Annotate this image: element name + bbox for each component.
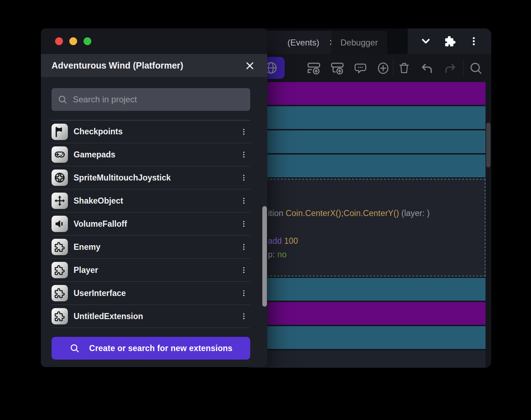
event-row[interactable]: [249, 278, 486, 301]
minimize-traffic-light[interactable]: [69, 37, 77, 45]
list-item-label: Checkpoints: [74, 127, 232, 136]
dialog-titlebar: [41, 28, 267, 54]
item-kebab-menu-icon[interactable]: [237, 216, 250, 232]
events-sheet: ition Coin.CenterX();Coin.CenterY() (lay…: [249, 82, 486, 368]
list-item-checkpoints[interactable]: Checkpoints: [52, 120, 250, 143]
add-other-event-icon[interactable]: [376, 61, 390, 76]
create-or-search-extensions-button[interactable]: Create or search for new extensions: [52, 337, 250, 360]
delete-icon[interactable]: [397, 61, 411, 75]
list-item-player[interactable]: Player: [52, 259, 250, 282]
page-title: Adventurous Wind (Platformer): [52, 60, 245, 71]
item-kebab-menu-icon[interactable]: [237, 124, 250, 140]
event-row[interactable]: [249, 302, 486, 325]
item-kebab-menu-icon[interactable]: [237, 170, 250, 185]
event-row[interactable]: [249, 82, 486, 105]
undo-icon[interactable]: [419, 61, 434, 76]
tab-events-label: (Events): [288, 38, 319, 48]
list-item-user-interface[interactable]: UserInterface: [52, 282, 250, 305]
action-text-add: add 100: [268, 236, 298, 246]
list-item-label: ShakeObject: [74, 196, 232, 206]
desktop: (Events) Debugger: [0, 0, 531, 420]
events-scrollbar[interactable]: [486, 82, 491, 368]
list-item-sprite-multitouch-joystick[interactable]: SpriteMultitouchJoystick: [52, 166, 250, 189]
list-item-label: Gamepads: [74, 150, 232, 160]
tab-debugger-label: Debugger: [340, 38, 378, 48]
redo-icon[interactable]: [443, 61, 458, 76]
events-toolbar: [249, 54, 491, 82]
event-row[interactable]: [249, 155, 486, 177]
dialog-scrollbar-thumb[interactable]: [262, 206, 267, 307]
list-item-label: Player: [74, 265, 232, 275]
kebab-menu-icon[interactable]: [468, 35, 479, 47]
add-event-icon[interactable]: [306, 61, 321, 76]
tab-bar: (Events) Debugger: [249, 28, 491, 54]
events-scrollbar-thumb[interactable]: [486, 123, 490, 167]
cta-label: Create or search for new extensions: [89, 344, 232, 353]
puzzle-icon: [52, 239, 68, 255]
item-kebab-menu-icon[interactable]: [237, 193, 250, 209]
chevron-down-icon[interactable]: [420, 35, 432, 47]
puzzle-icon: [52, 262, 68, 278]
extensions-puzzle-icon[interactable]: [444, 35, 457, 48]
zoom-traffic-light[interactable]: [84, 37, 91, 45]
project-manager-dialog: Adventurous Wind (Platformer) Checkpoint…: [41, 28, 267, 367]
gamepad-icon: [52, 146, 68, 163]
extensions-list: Checkpoints Gamepads: [52, 120, 250, 328]
flag-icon: [52, 124, 68, 140]
toolbar-divider: [393, 59, 393, 77]
list-item-label: Enemy: [74, 242, 232, 252]
list-item-volume-falloff[interactable]: VolumeFalloff: [52, 212, 250, 236]
toolbar-divider: [463, 59, 464, 77]
search-icon: [57, 94, 68, 105]
add-comment-icon[interactable]: [353, 61, 368, 75]
action-text-position: ition Coin.CenterX();Coin.CenterY() (lay…: [268, 209, 430, 218]
puzzle-icon: [52, 285, 68, 301]
list-item-enemy[interactable]: Enemy: [52, 236, 250, 259]
move-arrows-icon: [52, 193, 68, 209]
item-kebab-menu-icon[interactable]: [237, 308, 250, 324]
event-row-selected[interactable]: ition Coin.CenterX();Coin.CenterY() (lay…: [249, 179, 486, 276]
event-row[interactable]: [249, 106, 486, 129]
gdevelop-window: (Events) Debugger: [249, 28, 491, 368]
item-kebab-menu-icon[interactable]: [237, 147, 250, 162]
speaker-icon: [52, 216, 68, 232]
joystick-icon: [52, 169, 68, 186]
list-item-shake-object[interactable]: ShakeObject: [52, 189, 250, 212]
list-item-label: SpriteMultitouchJoystick: [74, 173, 232, 183]
list-item-label: VolumeFalloff: [74, 219, 232, 229]
search-input[interactable]: [73, 95, 245, 104]
add-subevent-icon[interactable]: [330, 61, 345, 76]
tab-actions: [408, 28, 491, 54]
events-sheet-background: [249, 350, 486, 368]
list-item-label: UserInterface: [74, 289, 232, 298]
list-item-untitled-extension[interactable]: UntitledExtension: [52, 305, 250, 328]
search-field[interactable]: [52, 88, 250, 111]
close-traffic-light[interactable]: [55, 37, 63, 45]
close-dialog-icon[interactable]: [245, 60, 255, 71]
tab-debugger[interactable]: Debugger: [331, 31, 387, 54]
puzzle-icon: [52, 308, 68, 324]
dialog-header: Adventurous Wind (Platformer): [41, 54, 267, 77]
event-row[interactable]: [249, 326, 486, 349]
list-item-label: UntitledExtension: [74, 312, 232, 321]
item-kebab-menu-icon[interactable]: [237, 285, 250, 301]
action-text-loop: p: no: [268, 250, 286, 259]
item-kebab-menu-icon[interactable]: [237, 262, 250, 278]
search-events-icon[interactable]: [468, 61, 483, 76]
search-icon: [69, 343, 80, 354]
item-kebab-menu-icon[interactable]: [237, 239, 250, 255]
list-item-gamepads[interactable]: Gamepads: [52, 143, 250, 166]
event-row[interactable]: [249, 130, 486, 153]
